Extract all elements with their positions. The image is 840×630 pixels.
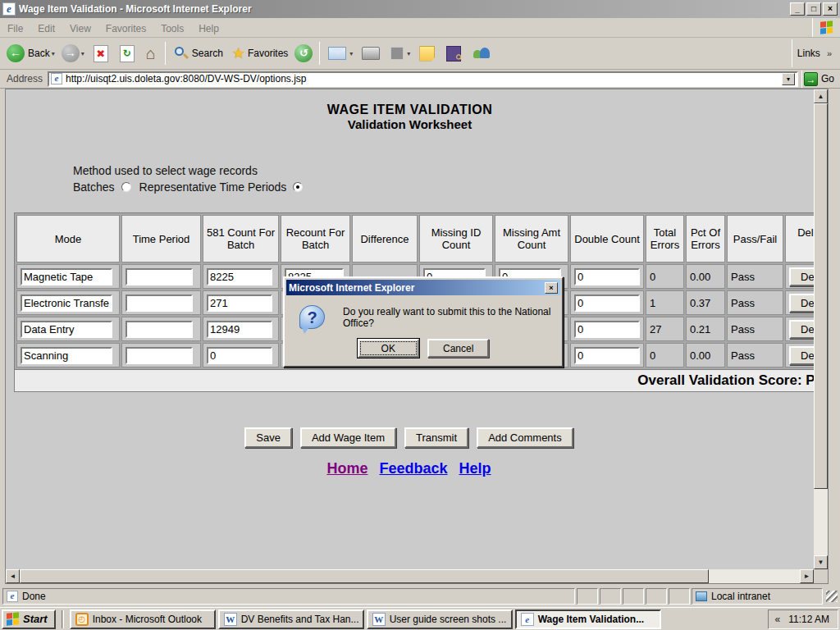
forward-button[interactable]: → ▾ [58, 43, 88, 64]
ie-icon: e [521, 613, 534, 626]
windows-logo-icon [820, 21, 833, 35]
discuss-note-icon [419, 46, 435, 62]
vertical-scroll-thumb[interactable] [814, 103, 828, 489]
dialog-close-icon[interactable]: × [545, 282, 558, 294]
maximize-button[interactable]: □ [806, 2, 821, 16]
favorites-button[interactable]: ★ Favorites [226, 43, 292, 64]
menu-file[interactable]: File [0, 21, 30, 37]
discuss-button[interactable] [413, 44, 441, 63]
mode-input[interactable] [21, 268, 112, 285]
links-chevron-icon[interactable]: » [827, 48, 832, 58]
time-period-input[interactable] [126, 294, 193, 312]
add-wage-item-button[interactable]: Add Wage Item [300, 427, 396, 448]
horizontal-scrollbar[interactable]: ◄ ► [6, 569, 814, 583]
scroll-left-icon[interactable]: ◄ [6, 569, 20, 583]
taskbar-item[interactable]: WDV Benefits and Tax Han... [218, 609, 364, 629]
count-581-input[interactable] [207, 268, 272, 285]
taskbar-item[interactable]: eWage Item Validation... [515, 609, 661, 629]
menu-help[interactable]: Help [191, 21, 226, 37]
refresh-button[interactable]: ↻ [114, 43, 140, 64]
go-button[interactable]: → Go [801, 71, 838, 88]
column-header: Pct Of Errors [686, 215, 725, 262]
horizontal-scroll-thumb[interactable] [20, 569, 709, 583]
mode-input[interactable] [21, 294, 112, 312]
menu-tools[interactable]: Tools [153, 21, 191, 37]
pct-errors-cell: 0.37 [686, 290, 725, 315]
scroll-down-icon[interactable]: ▼ [814, 555, 828, 569]
cell: Delete [785, 317, 814, 341]
mail-button[interactable]: ▾ [323, 45, 356, 62]
address-dropdown-icon[interactable]: ▾ [782, 73, 795, 85]
security-zone-panel: Local intranet [692, 588, 823, 605]
print-button[interactable] [356, 45, 386, 62]
column-header: Pass/Fail [727, 215, 783, 262]
taskbar-item[interactable]: ◴Inbox - Microsoft Outlook [70, 609, 216, 629]
save-button[interactable]: Save [244, 427, 292, 448]
address-input[interactable]: e http://uisqt2.uis.doleta.gov:8080/DV-W… [48, 71, 798, 87]
mail-dropdown-icon[interactable]: ▾ [349, 50, 353, 57]
vertical-scrollbar[interactable]: ▲ ▼ [814, 89, 828, 569]
pct-errors-cell: 0.00 [686, 264, 725, 289]
column-header: Recount For Batch [281, 215, 350, 262]
close-button[interactable]: × [823, 2, 838, 16]
double-count-input[interactable] [574, 321, 640, 338]
back-button[interactable]: ← Back ▾ [3, 43, 58, 64]
time-period-input[interactable] [126, 268, 193, 285]
menu-items: FileEditViewFavoritesToolsHelp [0, 21, 226, 35]
menu-favorites[interactable]: Favorites [98, 21, 153, 37]
resize-grip[interactable] [826, 591, 838, 602]
edit-dropdown-icon[interactable]: ▾ [407, 50, 410, 57]
tray-chevron-icon[interactable]: « [775, 614, 781, 625]
double-count-input[interactable] [574, 294, 640, 312]
mode-input[interactable] [21, 321, 112, 338]
menu-view[interactable]: View [62, 21, 98, 37]
cancel-button[interactable]: Cancel [427, 339, 489, 358]
status-text-panel: e Done [2, 588, 575, 605]
minimize-button[interactable]: _ [790, 2, 805, 16]
time-periods-radio[interactable] [293, 182, 303, 192]
ok-button[interactable]: OK [358, 339, 419, 358]
menu-edit[interactable]: Edit [30, 21, 62, 37]
count-581-input[interactable] [207, 294, 272, 312]
mode-input[interactable] [21, 347, 112, 364]
messenger-button[interactable] [467, 44, 496, 63]
back-dropdown-icon[interactable]: ▾ [52, 50, 55, 57]
favorites-star-icon: ★ [232, 44, 245, 62]
taskbar-item-label: Inbox - Microsoft Outlook [93, 614, 202, 625]
feedback-link[interactable]: Feedback [379, 460, 447, 477]
links-bar[interactable]: Links » [792, 39, 837, 67]
delete-button[interactable]: Delete [789, 346, 814, 365]
double-count-input[interactable] [574, 268, 640, 285]
total-errors-cell: 27 [646, 317, 684, 341]
transmit-button[interactable]: Transmit [404, 427, 468, 448]
time-period-input[interactable] [126, 347, 193, 364]
start-button[interactable]: Start [2, 609, 56, 629]
pass-fail-cell: Pass [727, 290, 783, 315]
cell [203, 317, 279, 341]
history-button[interactable]: ↺ [291, 43, 316, 64]
time-period-input[interactable] [126, 321, 193, 338]
count-581-input[interactable] [207, 347, 272, 364]
taskbar-item[interactable]: WUser guide screen shots ... [367, 609, 513, 629]
home-button[interactable]: ⌂ [140, 43, 162, 65]
double-count-input[interactable] [574, 347, 640, 364]
search-button[interactable]: Search [169, 44, 226, 62]
edit-button[interactable]: ▾ [386, 45, 413, 62]
scroll-right-icon[interactable]: ► [800, 569, 814, 583]
cell [570, 343, 644, 368]
count-581-input[interactable] [207, 321, 272, 338]
scroll-up-icon[interactable]: ▲ [814, 89, 828, 103]
refresh-icon: ↻ [120, 45, 135, 62]
delete-button[interactable]: Delete [789, 267, 814, 286]
add-comments-button[interactable]: Add Comments [477, 427, 573, 448]
batches-radio[interactable] [121, 182, 131, 192]
research-button[interactable] [441, 44, 467, 63]
delete-button[interactable]: Delete [789, 294, 814, 313]
stop-button[interactable]: ✖ [88, 43, 114, 64]
delete-button[interactable]: Delete [789, 320, 814, 339]
help-link[interactable]: Help [459, 460, 491, 477]
forward-dropdown-icon[interactable]: ▾ [81, 50, 84, 57]
address-url[interactable]: http://uisqt2.uis.doleta.gov:8080/DV-WS-… [66, 73, 782, 84]
home-link[interactable]: Home [326, 460, 368, 477]
forward-icon: → [62, 44, 80, 62]
